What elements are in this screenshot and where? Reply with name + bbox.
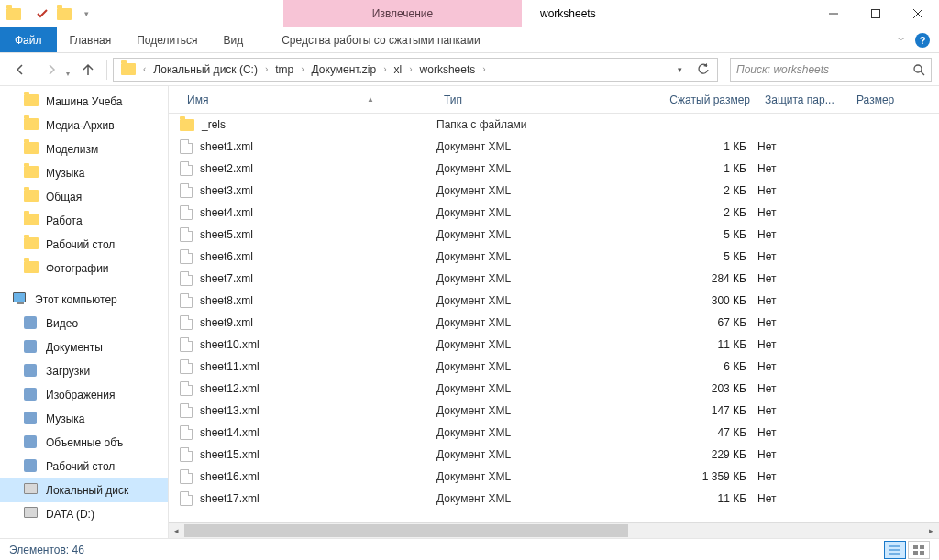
tree-item[interactable]: Работа	[0, 209, 168, 233]
horizontal-scrollbar[interactable]: ◂ ▸	[169, 522, 939, 538]
column-name[interactable]: Имя▲	[180, 93, 436, 106]
breadcrumb-item[interactable]: xl	[391, 63, 406, 76]
search-box[interactable]	[730, 58, 932, 82]
file-row[interactable]: sheet14.xmlДокумент XML47 КБНет	[169, 422, 939, 444]
back-button[interactable]	[7, 57, 33, 82]
folder-icon[interactable]	[117, 63, 139, 75]
tree-item[interactable]: Машина Учеба	[0, 90, 168, 114]
file-protection: Нет	[757, 228, 849, 241]
close-button[interactable]	[897, 0, 939, 27]
file-row[interactable]: sheet3.xmlДокумент XML2 КБНет	[169, 180, 939, 202]
tree-item[interactable]: Медиа-Архив	[0, 114, 168, 137]
tree-item[interactable]: Общая	[0, 185, 168, 209]
file-protection: Нет	[757, 382, 849, 395]
scrollbar-thumb[interactable]	[184, 524, 628, 537]
folder-icon	[24, 507, 39, 522]
tree-item[interactable]: Рабочий стол	[0, 233, 168, 257]
file-row[interactable]: sheet4.xmlДокумент XML2 КБНет	[169, 202, 939, 224]
file-compressed-size: 2 КБ	[620, 184, 757, 197]
tree-item[interactable]: DATA (D:)	[0, 502, 168, 526]
chevron-right-icon[interactable]: ›	[297, 64, 307, 74]
chevron-right-icon[interactable]: ›	[261, 64, 271, 74]
tree-item[interactable]: Загрузки	[0, 359, 168, 383]
tree-item[interactable]: Рабочий стол	[0, 455, 168, 478]
file-name: sheet8.xml	[200, 294, 253, 307]
file-row[interactable]: sheet2.xmlДокумент XML1 КБНет	[169, 158, 939, 180]
file-row[interactable]: sheet10.xmlДокумент XML11 КБНет	[169, 334, 939, 356]
breadcrumb-item[interactable]: worksheets	[416, 63, 480, 76]
file-name: sheet1.xml	[200, 140, 253, 153]
properties-icon[interactable]	[32, 4, 52, 24]
search-input[interactable]	[736, 63, 912, 76]
file-type: Документ XML	[436, 272, 620, 285]
tree-item[interactable]: Музыка	[0, 161, 168, 185]
details-view-button[interactable]	[884, 541, 906, 559]
tree-item[interactable]: Локальный диск	[0, 478, 168, 502]
breadcrumb-item[interactable]: Локальный диск (C:)	[149, 63, 261, 76]
up-button[interactable]	[75, 57, 101, 82]
scroll-right-button[interactable]: ▸	[923, 523, 939, 539]
tree-item[interactable]: Моделизм	[0, 137, 168, 161]
address-bar[interactable]: ‹ Локальный диск (C:)›tmp›Документ.zip›x…	[113, 58, 718, 82]
minimize-button[interactable]	[812, 0, 855, 27]
ribbon-tab-view[interactable]: Вид	[210, 27, 256, 52]
chevron-right-icon[interactable]: ‹	[139, 64, 149, 74]
navigation-pane[interactable]: Машина УчебаМедиа-АрхивМоделизмМузыкаОбщ…	[0, 86, 169, 538]
file-row[interactable]: sheet5.xmlДокумент XML5 КБНет	[169, 224, 939, 246]
maximize-button[interactable]	[855, 0, 897, 27]
file-protection: Нет	[757, 316, 849, 329]
scroll-left-button[interactable]: ◂	[169, 523, 184, 539]
file-icon	[180, 403, 193, 418]
file-list[interactable]: _relsПапка с файламиsheet1.xmlДокумент X…	[169, 114, 939, 522]
column-compressed-size[interactable]: Сжатый размер	[620, 93, 757, 106]
search-icon[interactable]	[912, 63, 925, 76]
column-size[interactable]: Размер	[849, 93, 913, 106]
file-icon	[180, 359, 193, 374]
file-compressed-size: 284 КБ	[620, 272, 757, 285]
file-row[interactable]: sheet17.xmlДокумент XML11 КБНет	[169, 488, 939, 510]
tree-item[interactable]: Документы	[0, 335, 168, 359]
thumbnails-view-button[interactable]	[908, 541, 930, 559]
file-row[interactable]: sheet8.xmlДокумент XML300 КБНет	[169, 290, 939, 312]
file-row[interactable]: sheet6.xmlДокумент XML5 КБНет	[169, 246, 939, 268]
tree-item[interactable]: Музыка	[0, 407, 168, 431]
breadcrumb-item[interactable]: tmp	[271, 63, 297, 76]
ribbon-tab-share[interactable]: Поделиться	[124, 27, 210, 52]
folder-icon	[13, 292, 28, 307]
ribbon-tab-extract[interactable]: Средства работы со сжатыми папками	[269, 27, 493, 52]
tree-item[interactable]: Изображения	[0, 383, 168, 407]
tree-item[interactable]: Видео	[0, 312, 168, 335]
file-row[interactable]: sheet1.xmlДокумент XML1 КБНет	[169, 136, 939, 158]
file-row[interactable]: sheet9.xmlДокумент XML67 КБНет	[169, 312, 939, 334]
address-dropdown-icon[interactable]: ▾	[669, 60, 690, 80]
chevron-right-icon[interactable]: ›	[380, 64, 390, 74]
tree-item[interactable]: Фотографии	[0, 257, 168, 280]
file-row[interactable]: _relsПапка с файлами	[169, 114, 939, 136]
file-row[interactable]: sheet12.xmlДокумент XML203 КБНет	[169, 378, 939, 400]
folder-icon	[24, 94, 39, 109]
file-tab[interactable]: Файл	[0, 27, 57, 52]
refresh-icon[interactable]	[693, 60, 713, 80]
status-bar: Элементов: 46	[0, 538, 939, 560]
help-icon[interactable]: ?	[915, 33, 930, 48]
chevron-right-icon[interactable]: ›	[479, 64, 489, 74]
chevron-right-icon[interactable]: ›	[405, 64, 415, 74]
file-row[interactable]: sheet7.xmlДокумент XML284 КБНет	[169, 268, 939, 290]
tree-item[interactable]: Этот компьютер	[0, 288, 168, 312]
new-folder-icon[interactable]	[54, 4, 74, 24]
ribbon-tab-home[interactable]: Главная	[57, 27, 125, 52]
forward-button[interactable]	[39, 57, 64, 82]
history-dropdown-icon[interactable]: ▾	[66, 70, 70, 78]
scrollbar-track[interactable]	[184, 523, 923, 539]
tree-item[interactable]: Объемные объ	[0, 431, 168, 455]
file-row[interactable]: sheet13.xmlДокумент XML147 КБНет	[169, 400, 939, 422]
file-row[interactable]: sheet11.xmlДокумент XML6 КБНет	[169, 356, 939, 378]
file-row[interactable]: sheet15.xmlДокумент XML229 КБНет	[169, 444, 939, 466]
ribbon-collapse-icon[interactable]: ﹀	[897, 34, 906, 47]
column-type[interactable]: Тип	[436, 93, 620, 106]
file-row[interactable]: sheet16.xmlДокумент XML1 359 КБНет	[169, 466, 939, 488]
qat-dropdown-icon[interactable]: ▾	[76, 4, 96, 24]
column-protection[interactable]: Защита пар...	[757, 93, 849, 106]
breadcrumb-item[interactable]: Документ.zip	[308, 63, 381, 76]
folder-icon[interactable]	[4, 4, 24, 24]
